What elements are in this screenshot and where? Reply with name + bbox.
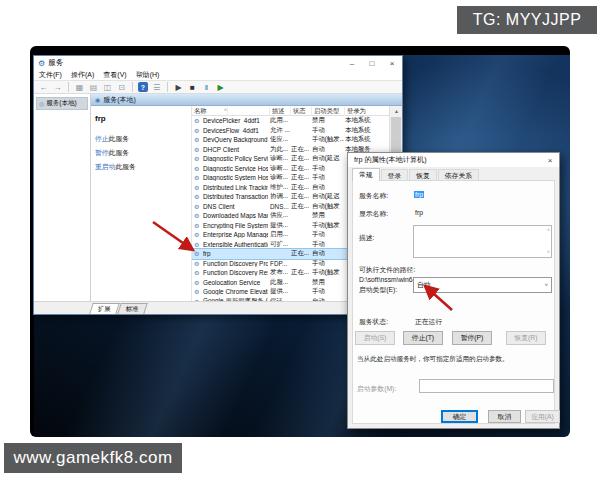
ok-button[interactable]: 确定 (441, 410, 478, 423)
start-service-icon[interactable]: ▶ (173, 82, 184, 93)
startup-type-label: 启动类型(E): (359, 285, 397, 295)
tab-extended[interactable]: 扩展 (89, 303, 120, 314)
link-action[interactable]: 停止 (95, 135, 109, 142)
cell-name: Function Discovery Provi... (203, 260, 268, 267)
start-params-input[interactable] (419, 379, 554, 393)
cell-name: Encrypting File System (E... (203, 222, 268, 229)
list-view-icon[interactable]: ☰ (151, 82, 162, 93)
service-gear-icon: ⚙ (194, 127, 201, 134)
scrollbar-thumb[interactable] (391, 117, 401, 155)
dialog-titlebar[interactable]: frp 的属性(本地计算机) (348, 153, 559, 167)
toolbar-separator (132, 82, 133, 92)
cell-status: 正在... (291, 183, 311, 192)
cell-name: Downloaded Maps Man... (203, 212, 268, 219)
menu-action[interactable]: 操作(A) (71, 70, 94, 80)
cell-name: DevicePicker_4ddf1 (203, 117, 268, 124)
menu-file[interactable]: 文件(F) (39, 70, 62, 80)
cell-startup: 禁用 (312, 116, 344, 125)
exe-path-label: 可执行文件的路径: (359, 265, 415, 275)
link-rest: 此服务 (109, 149, 129, 156)
help-docs-icon[interactable]: ◫ (102, 82, 113, 93)
stop-service-link[interactable]: 停止此服务 (95, 134, 191, 144)
service-gear-icon: ⚙ (194, 250, 201, 257)
service-status-value: 正在运行 (415, 317, 442, 327)
startup-params-note: 当从此处启动服务时，你可指定所适用的启动参数。 (357, 355, 547, 364)
forward-icon[interactable]: → (52, 82, 63, 93)
cell-desc: 启用... (270, 230, 291, 239)
column-logon-as[interactable]: 登录为 (345, 107, 392, 116)
help-icon[interactable]: ? (138, 82, 148, 92)
service-gear-icon: ⚙ (194, 193, 201, 200)
cell-startup: 手动 (312, 164, 344, 173)
desktop-background: ⚙ 服务 – □ × 文件(F) 操作(A) 查看(V) 帮助(H) ←→▦▤◫… (30, 46, 570, 437)
cell-status: 正在... (291, 164, 311, 173)
table-row[interactable]: ⚙DevicePicker_4ddf1此用...禁用本地系统 (192, 116, 389, 126)
stop-button[interactable]: 停止(T) (403, 331, 443, 345)
column-status[interactable]: 状态 (291, 107, 312, 116)
tree-item-services-local[interactable]: ◎ 服务(本地) (36, 97, 88, 110)
cell-startup: 手动 (312, 259, 344, 268)
pane-header-label: 服务(本地) (103, 95, 136, 105)
description-label: 描述: (359, 233, 374, 243)
cell-desc: 此服... (270, 278, 291, 287)
cell-logon: 本地系统 (345, 135, 389, 144)
tab-standard[interactable]: 标准 (117, 303, 148, 314)
cell-name: Function Discovery Reso... (203, 269, 268, 276)
tab-general[interactable]: 常规 (352, 168, 380, 181)
show-tree-icon[interactable]: ▦ (74, 82, 85, 93)
dialog-close-icon[interactable]: × (541, 153, 559, 167)
cell-name: Distributed Link Tracking... (203, 184, 268, 191)
pause-button[interactable]: 暂停(P) (452, 331, 492, 345)
service-gear-icon: ⚙ (194, 184, 201, 191)
service-gear-icon: ⚙ (194, 165, 201, 172)
stop-service-icon[interactable]: ■ (187, 82, 198, 93)
cell-desc: 诊断... (270, 173, 291, 182)
table-row[interactable]: ⚙DevicesFlow_4ddf1允许 ...手动本地系统 (192, 126, 389, 136)
menu-help[interactable]: 帮助(H) (136, 70, 160, 80)
pause-service-link[interactable]: 暂停此服务 (95, 148, 191, 158)
column-description[interactable]: 描述 (270, 107, 291, 116)
back-icon[interactable]: ← (38, 82, 49, 93)
close-button[interactable]: × (382, 56, 402, 70)
service-status-label: 服务状态: (359, 317, 388, 327)
minimize-button[interactable]: – (342, 56, 362, 70)
link-rest: 此服务 (109, 135, 129, 142)
cell-startup: 手动(触发... (312, 135, 344, 144)
print-icon[interactable]: ⊡ (116, 82, 127, 93)
menu-view[interactable]: 查看(V) (103, 70, 126, 80)
cell-desc: 此用... (270, 116, 291, 125)
column-startup-type[interactable]: 启动类型 (312, 107, 345, 116)
cancel-button[interactable]: 取消 (488, 410, 521, 423)
cell-desc: 维护... (270, 183, 291, 192)
service-name-value: frp (414, 191, 424, 198)
export-list-icon[interactable]: ▤ (88, 82, 99, 93)
column-name[interactable]: 名称 (192, 107, 270, 116)
sort-ascending-icon: ˄ (222, 107, 228, 116)
link-action[interactable]: 重启动 (95, 163, 115, 170)
cell-name: Extensible Authentication... (203, 241, 268, 248)
services-node-icon: ◎ (39, 100, 44, 107)
cell-status: 正在... (291, 145, 311, 154)
cell-name: Distributed Transaction C... (203, 193, 268, 200)
restart-service-icon[interactable]: ▶ (215, 82, 226, 93)
startup-type-combobox[interactable]: 自动 ˅ (413, 277, 552, 293)
menu-bar: 文件(F) 操作(A) 查看(V) 帮助(H) (34, 70, 402, 81)
cell-status: 正在... (291, 173, 311, 182)
dialog-title: frp 的属性(本地计算机) (354, 155, 427, 165)
description-textbox[interactable]: ˄ ˅ (413, 225, 552, 258)
restart-service-link[interactable]: 重启动此服务 (95, 162, 191, 172)
link-rest: 此服务 (115, 163, 135, 170)
pane-header-icon: ◉ (95, 96, 100, 103)
startup-type-value: 自动 (417, 280, 431, 290)
cell-name: DevicesFlow_4ddf1 (203, 127, 268, 134)
cell-startup: 手动 (312, 240, 344, 249)
cell-startup: 手动 (312, 126, 344, 135)
link-action[interactable]: 暂停 (95, 149, 109, 156)
cell-desc: DNS... (270, 203, 291, 210)
watermark-website: www.gamekfk8.com (4, 443, 182, 473)
table-row[interactable]: ⚙DevQuery Background D...使应...手动(触发...本地… (192, 135, 389, 145)
pause-service-icon[interactable]: ‖ (201, 82, 212, 93)
cell-name: Diagnostic Policy Service (203, 155, 268, 162)
scroll-up-icon[interactable]: ▲ (390, 106, 402, 116)
maximize-button[interactable]: □ (362, 56, 382, 70)
